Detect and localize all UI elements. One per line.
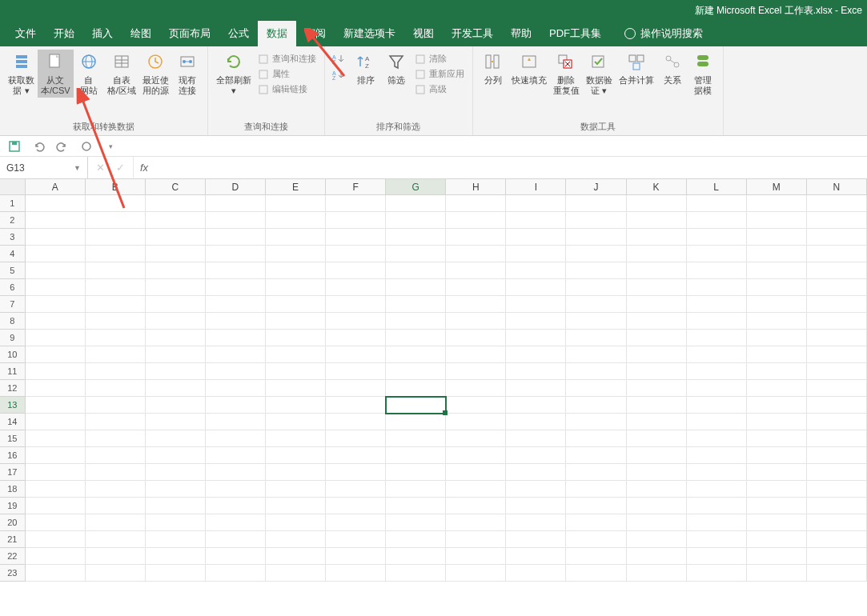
cell-B17[interactable] xyxy=(86,464,146,481)
cell-D22[interactable] xyxy=(206,548,266,565)
cell-K18[interactable] xyxy=(627,481,687,498)
cell-G15[interactable] xyxy=(386,430,446,447)
cell-J2[interactable] xyxy=(566,212,626,229)
cell-N10[interactable] xyxy=(807,346,867,363)
cell-J12[interactable] xyxy=(566,380,626,397)
cell-E17[interactable] xyxy=(266,464,326,481)
cell-I19[interactable] xyxy=(506,498,566,514)
cell-H14[interactable] xyxy=(446,414,506,430)
recent-sources-button[interactable]: 最近使 用的源 xyxy=(139,50,172,98)
cell-L8[interactable] xyxy=(687,313,747,330)
cell-A22[interactable] xyxy=(26,548,86,565)
cell-F4[interactable] xyxy=(326,246,386,262)
cell-I14[interactable] xyxy=(506,414,566,430)
text-to-columns-button[interactable]: 分列 xyxy=(478,50,508,87)
name-box[interactable]: G13 ▼ xyxy=(0,157,88,178)
cell-I17[interactable] xyxy=(506,464,566,481)
cell-N17[interactable] xyxy=(807,464,867,481)
cell-L17[interactable] xyxy=(687,464,747,481)
cell-E15[interactable] xyxy=(266,430,326,447)
row-header-12[interactable]: 12 xyxy=(0,380,26,397)
select-all-corner[interactable] xyxy=(0,179,26,194)
cell-K9[interactable] xyxy=(627,330,687,346)
cell-I13[interactable] xyxy=(506,397,566,414)
cell-M20[interactable] xyxy=(747,514,807,531)
cell-A6[interactable] xyxy=(26,279,86,296)
cell-C3[interactable] xyxy=(146,229,206,246)
column-header-M[interactable]: M xyxy=(747,179,807,194)
cell-N7[interactable] xyxy=(807,296,867,313)
cell-K19[interactable] xyxy=(627,498,687,514)
cell-B18[interactable] xyxy=(86,481,146,498)
cell-B12[interactable] xyxy=(86,380,146,397)
column-header-I[interactable]: I xyxy=(506,179,566,194)
row-header-20[interactable]: 20 xyxy=(0,514,26,531)
cell-M1[interactable] xyxy=(747,195,807,212)
cell-D8[interactable] xyxy=(206,313,266,330)
cell-H7[interactable] xyxy=(446,296,506,313)
cell-B9[interactable] xyxy=(86,330,146,346)
cell-G3[interactable] xyxy=(386,229,446,246)
from-table-range-button[interactable]: 自表 格/区域 xyxy=(104,50,139,98)
cell-H20[interactable] xyxy=(446,514,506,531)
existing-connections-button[interactable]: 现有 连接 xyxy=(172,50,203,98)
cell-H6[interactable] xyxy=(446,279,506,296)
fx-label[interactable]: fx xyxy=(134,157,155,178)
cell-A21[interactable] xyxy=(26,531,86,548)
cell-E10[interactable] xyxy=(266,346,326,363)
cell-C8[interactable] xyxy=(146,313,206,330)
cell-M2[interactable] xyxy=(747,212,807,229)
cell-K10[interactable] xyxy=(627,346,687,363)
from-web-button[interactable]: 自 网站 xyxy=(74,50,104,98)
cell-G8[interactable] xyxy=(386,313,446,330)
cell-G11[interactable] xyxy=(386,363,446,380)
row-header-21[interactable]: 21 xyxy=(0,531,26,548)
cell-G7[interactable] xyxy=(386,296,446,313)
tab-文件[interactable]: 文件 xyxy=(6,21,45,46)
cell-K6[interactable] xyxy=(627,279,687,296)
cell-L6[interactable] xyxy=(687,279,747,296)
cell-M22[interactable] xyxy=(747,548,807,565)
cell-F10[interactable] xyxy=(326,346,386,363)
tab-开发工具[interactable]: 开发工具 xyxy=(443,21,502,46)
cell-G13[interactable] xyxy=(386,397,446,414)
row-header-3[interactable]: 3 xyxy=(0,229,26,246)
cell-H8[interactable] xyxy=(446,313,506,330)
tab-视图[interactable]: 视图 xyxy=(404,21,443,46)
row-header-9[interactable]: 9 xyxy=(0,330,26,346)
cell-J5[interactable] xyxy=(566,262,626,279)
cell-E3[interactable] xyxy=(266,229,326,246)
cell-N2[interactable] xyxy=(807,212,867,229)
cell-A18[interactable] xyxy=(26,481,86,498)
cell-H4[interactable] xyxy=(446,246,506,262)
cell-J14[interactable] xyxy=(566,414,626,430)
cell-D17[interactable] xyxy=(206,464,266,481)
cell-N9[interactable] xyxy=(807,330,867,346)
cell-A12[interactable] xyxy=(26,380,86,397)
cell-L16[interactable] xyxy=(687,447,747,464)
cell-B8[interactable] xyxy=(86,313,146,330)
cell-N16[interactable] xyxy=(807,447,867,464)
cell-J15[interactable] xyxy=(566,430,626,447)
cell-A23[interactable] xyxy=(26,565,86,582)
cell-B21[interactable] xyxy=(86,531,146,548)
cell-C1[interactable] xyxy=(146,195,206,212)
cell-H15[interactable] xyxy=(446,430,506,447)
row-header-1[interactable]: 1 xyxy=(0,195,26,212)
get-data-button[interactable]: 获取数 据 ▾ xyxy=(5,50,38,98)
cell-I10[interactable] xyxy=(506,346,566,363)
tab-帮助[interactable]: 帮助 xyxy=(502,21,540,46)
cell-H17[interactable] xyxy=(446,464,506,481)
from-text-csv-button[interactable]: 从文 本/CSV xyxy=(38,50,74,98)
cell-F23[interactable] xyxy=(326,565,386,582)
cell-F9[interactable] xyxy=(326,330,386,346)
reapply-button[interactable]: 重新应用 xyxy=(415,66,464,82)
cell-G2[interactable] xyxy=(386,212,446,229)
cell-F15[interactable] xyxy=(326,430,386,447)
cell-G23[interactable] xyxy=(386,565,446,582)
cell-J9[interactable] xyxy=(566,330,626,346)
sort-asc-icon[interactable]: AZ xyxy=(331,53,346,64)
cell-N8[interactable] xyxy=(807,313,867,330)
cell-D19[interactable] xyxy=(206,498,266,514)
clear-button[interactable]: 清除 xyxy=(415,51,464,66)
